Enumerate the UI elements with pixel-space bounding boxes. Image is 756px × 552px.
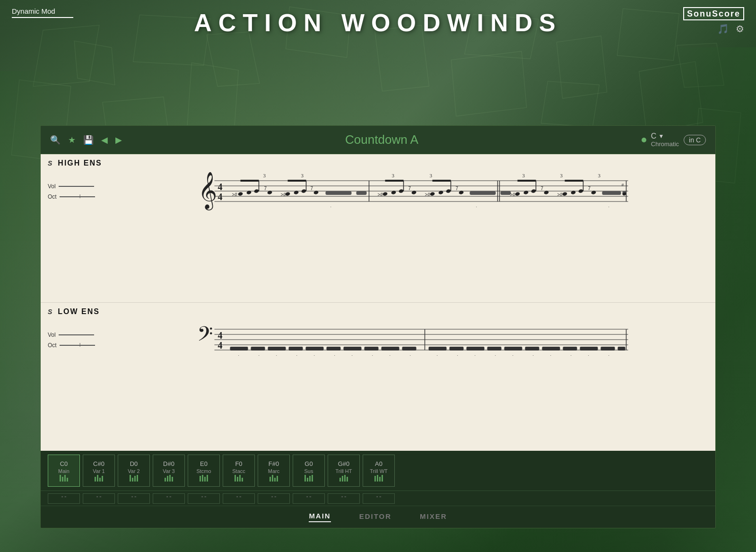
keymap-label-1: Var 1 [93, 468, 104, 474]
favorites-icon[interactable]: ★ [68, 135, 76, 145]
keymap-bars-8 [339, 475, 348, 482]
settings-icon[interactable]: ⚙ [736, 23, 744, 35]
keymap-d0[interactable]: D0Var 2 [118, 455, 150, 487]
svg-text:.: . [476, 203, 478, 208]
keymap-label-9: Trill WT [370, 468, 387, 474]
search-icon[interactable]: 🔍 [50, 135, 61, 145]
svg-text:.: . [437, 352, 438, 357]
harp-icon[interactable]: 🎵 [717, 23, 729, 35]
keymap-bar-9-1 [377, 475, 378, 482]
svg-text:#: # [622, 183, 624, 187]
keymap-bars-2 [130, 475, 138, 482]
svg-rect-73 [602, 191, 621, 195]
svg-text:>#: ># [557, 192, 563, 197]
svg-text:3: 3 [301, 173, 304, 178]
small-keymap-5[interactable]: " " [223, 493, 255, 504]
svg-text:4: 4 [218, 340, 223, 350]
keymap-bar-6-2 [274, 478, 276, 482]
small-keymap-6[interactable]: " " [258, 493, 290, 504]
high-ens-s-label: S [48, 159, 52, 167]
keymap-f0[interactable]: F0Stacc [223, 455, 255, 487]
oct-slider[interactable]: —I— [60, 196, 95, 197]
keymap-bar-2-2 [134, 476, 136, 482]
low-ens-notation: 𝄢 4 4 . [113, 319, 708, 361]
svg-text:>#: ># [232, 192, 238, 197]
small-keymap-9[interactable]: " " [363, 493, 395, 504]
svg-rect-96 [306, 347, 324, 350]
keymap-gs0[interactable]: G#0Trill HT [328, 455, 360, 487]
svg-text:3: 3 [560, 173, 563, 178]
low-vol-slider-row: Vol — [48, 332, 109, 338]
small-keymap-text-4: " " [201, 496, 206, 501]
keymap-bar-1-2 [99, 478, 101, 482]
keymap-bar-9-2 [379, 477, 381, 482]
preset-label: Dynamic Mod [12, 7, 73, 15]
svg-text:3: 3 [522, 173, 525, 178]
keymap-e0[interactable]: E0Stcmo [188, 455, 220, 487]
svg-text:.: . [238, 352, 240, 357]
small-keymap-4[interactable]: " " [188, 493, 220, 504]
svg-text:>#: ># [425, 192, 431, 197]
keymap-a0[interactable]: A0Trill WT [363, 455, 395, 487]
svg-text:.: . [259, 352, 260, 357]
low-ens-header: S LOW ENS [48, 307, 708, 316]
svg-rect-124 [580, 347, 598, 350]
small-keymap-7[interactable]: " " [293, 493, 325, 504]
svg-point-20 [238, 192, 243, 196]
keymap-note-0: C0 [60, 460, 68, 467]
keymap-g0[interactable]: G0Sus [293, 455, 325, 487]
svg-text:.: . [608, 352, 610, 357]
keymap-bar-0-0 [60, 475, 61, 482]
next-button[interactable]: ▶ [115, 135, 122, 145]
tab-main[interactable]: MAIN [309, 512, 330, 522]
high-ens-header: S HIGH ENS [48, 159, 708, 167]
toolbar: 🔍 ★ 💾 ◀ ▶ Countdown A C ▼ Chromatic in C [41, 126, 715, 154]
keymap-bar-9-0 [374, 476, 376, 482]
svg-text:3: 3 [392, 173, 395, 178]
svg-text:7: 7 [264, 186, 267, 191]
svg-text:.: . [276, 352, 278, 357]
tab-editor[interactable]: EDITOR [359, 512, 391, 522]
keymap-bar-4-2 [204, 477, 206, 482]
prev-button[interactable]: ◀ [101, 135, 108, 145]
small-keymap-0[interactable]: " " [48, 493, 80, 504]
small-keymap-2[interactable]: " " [118, 493, 150, 504]
small-keymap-1[interactable]: " " [83, 493, 115, 504]
small-keymap-3[interactable]: " " [153, 493, 185, 504]
vol-slider[interactable]: — [59, 186, 94, 187]
svg-rect-56 [501, 191, 511, 195]
keymap-label-2: Var 2 [128, 468, 139, 474]
save-icon[interactable]: 💾 [83, 135, 94, 145]
svg-text:.: . [588, 352, 590, 357]
keymap-bar-4-0 [200, 476, 201, 482]
svg-text:.: . [352, 352, 353, 357]
small-keymap-8[interactable]: " " [328, 493, 360, 504]
svg-text:7: 7 [456, 186, 459, 191]
keymap-note-7: G0 [304, 460, 313, 467]
keymap-bar-8-1 [342, 476, 343, 482]
low-vol-label: Vol [48, 332, 56, 338]
vol-label: Vol [48, 183, 56, 190]
keymap-note-3: D#0 [163, 460, 174, 467]
svg-text:.: . [513, 352, 514, 357]
low-vol-slider[interactable]: — [59, 334, 94, 335]
header-left: Dynamic Mod [12, 7, 73, 18]
svg-text:.: . [296, 352, 298, 357]
low-oct-slider[interactable]: —I— [60, 345, 95, 346]
keymap-c0[interactable]: C0Main [48, 455, 80, 487]
keymap-ds0[interactable]: D#0Var 3 [153, 455, 185, 487]
svg-rect-90 [251, 347, 265, 350]
keymap-bar-7-0 [304, 475, 306, 482]
small-keymap-text-1: " " [96, 496, 101, 501]
key-dropdown[interactable]: C ▼ Chromatic [651, 132, 679, 148]
key-sub: Chromatic [651, 140, 679, 148]
tab-mixer[interactable]: MIXER [420, 512, 447, 522]
svg-text:>#: ># [378, 192, 383, 197]
high-ens-sliders: Vol — Oct —I— [48, 183, 109, 200]
oct-slider-row: Oct —I— [48, 193, 109, 200]
keymap-cs0[interactable]: C#0Var 1 [83, 455, 115, 487]
svg-rect-120 [542, 347, 560, 350]
svg-text:3: 3 [430, 173, 433, 178]
keymap-fs0[interactable]: F#0Marc [258, 455, 290, 487]
in-c-badge: in C [684, 135, 706, 145]
